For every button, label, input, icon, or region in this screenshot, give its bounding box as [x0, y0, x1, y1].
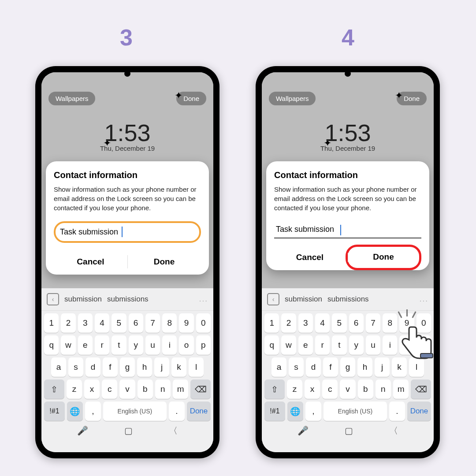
- key-g[interactable]: g: [120, 357, 135, 377]
- key-5[interactable]: 5: [112, 313, 126, 333]
- key-v[interactable]: v: [340, 379, 355, 399]
- space-key[interactable]: English (US): [324, 402, 387, 421]
- key-z[interactable]: z: [67, 379, 82, 399]
- nav-recent-icon[interactable]: ▢: [345, 425, 353, 436]
- suggestion-more-icon[interactable]: ...: [420, 295, 428, 304]
- key-m[interactable]: m: [173, 379, 188, 399]
- cancel-button[interactable]: Cancel: [274, 245, 346, 270]
- done-button[interactable]: Done: [346, 245, 421, 270]
- suggest-back-icon[interactable]: ‹: [267, 293, 279, 305]
- globe-key[interactable]: 🌐: [287, 402, 303, 421]
- key-o[interactable]: o: [179, 335, 193, 355]
- key-9[interactable]: 9: [399, 313, 414, 333]
- key-w[interactable]: w: [281, 335, 296, 355]
- contact-input[interactable]: [274, 221, 421, 238]
- key-v[interactable]: v: [119, 379, 135, 399]
- key-q[interactable]: q: [44, 335, 59, 355]
- suggestion-bar[interactable]: ‹ submission submissions ...: [262, 288, 434, 311]
- shift-key[interactable]: ⇧: [264, 379, 285, 399]
- suggestion-1[interactable]: submission: [285, 295, 322, 304]
- key-0[interactable]: 0: [416, 313, 431, 333]
- key-4[interactable]: 4: [315, 313, 330, 333]
- key-e[interactable]: e: [78, 335, 93, 355]
- key-g[interactable]: g: [340, 357, 355, 377]
- key-h[interactable]: h: [137, 357, 152, 377]
- suggestion-2[interactable]: submissions: [107, 295, 149, 304]
- key-b[interactable]: b: [358, 379, 373, 399]
- key-s[interactable]: s: [289, 357, 304, 377]
- key-6[interactable]: 6: [349, 313, 364, 333]
- key-e[interactable]: e: [298, 335, 313, 355]
- key-t[interactable]: t: [332, 335, 346, 355]
- nav-back-icon[interactable]: 〈: [389, 425, 398, 437]
- key-a[interactable]: a: [271, 357, 286, 377]
- suggestion-1[interactable]: submission: [64, 295, 102, 304]
- suggestion-bar[interactable]: ‹ submission submissions ...: [41, 288, 213, 311]
- key-5[interactable]: 5: [332, 313, 346, 333]
- key-u[interactable]: u: [366, 335, 380, 355]
- key-n[interactable]: n: [155, 379, 171, 399]
- key-j[interactable]: j: [154, 357, 169, 377]
- suggestion-more-icon[interactable]: ...: [199, 295, 208, 304]
- key-d[interactable]: d: [306, 357, 321, 377]
- nav-back-icon[interactable]: 〈: [169, 425, 178, 437]
- key-w[interactable]: w: [61, 335, 75, 355]
- cancel-button[interactable]: Cancel: [54, 249, 127, 275]
- key-r[interactable]: r: [315, 335, 330, 355]
- contact-input[interactable]: [58, 224, 197, 240]
- keyboard-done-key[interactable]: Done: [407, 402, 431, 421]
- key-j[interactable]: j: [375, 357, 390, 377]
- key-9[interactable]: 9: [179, 313, 193, 333]
- suggest-back-icon[interactable]: ‹: [47, 293, 59, 305]
- key-h[interactable]: h: [357, 357, 372, 377]
- key-a[interactable]: a: [51, 357, 66, 377]
- key-q[interactable]: q: [264, 335, 279, 355]
- period-key[interactable]: .: [389, 402, 405, 421]
- key-c[interactable]: c: [102, 379, 117, 399]
- shift-key[interactable]: ⇧: [44, 379, 64, 399]
- symbols-key[interactable]: !#1: [264, 402, 285, 421]
- key-7[interactable]: 7: [366, 313, 380, 333]
- key-z[interactable]: z: [287, 379, 302, 399]
- key-4[interactable]: 4: [95, 313, 109, 333]
- key-m[interactable]: m: [393, 379, 409, 399]
- backspace-key[interactable]: ⌫: [190, 379, 211, 399]
- key-l[interactable]: l: [189, 357, 204, 377]
- key-l[interactable]: l: [409, 357, 424, 377]
- symbols-key[interactable]: !#1: [44, 402, 65, 421]
- key-8[interactable]: 8: [383, 313, 397, 333]
- key-0[interactable]: 0: [196, 313, 211, 333]
- key-u[interactable]: u: [145, 335, 160, 355]
- comma-key[interactable]: ,: [85, 402, 101, 421]
- comma-key[interactable]: ,: [305, 402, 321, 421]
- key-3[interactable]: 3: [298, 313, 313, 333]
- nav-recent-icon[interactable]: ▢: [124, 425, 133, 436]
- key-2[interactable]: 2: [281, 313, 296, 333]
- key-2[interactable]: 2: [61, 313, 75, 333]
- key-y[interactable]: y: [129, 335, 143, 355]
- key-n[interactable]: n: [376, 379, 391, 399]
- key-1[interactable]: 1: [264, 313, 279, 333]
- key-i[interactable]: i: [383, 335, 397, 355]
- key-s[interactable]: s: [68, 357, 83, 377]
- backspace-key[interactable]: ⌫: [411, 379, 431, 399]
- key-k[interactable]: k: [392, 357, 407, 377]
- key-i[interactable]: i: [162, 335, 177, 355]
- key-1[interactable]: 1: [44, 313, 59, 333]
- key-k[interactable]: k: [171, 357, 186, 377]
- keyboard-done-key[interactable]: Done: [187, 402, 211, 421]
- key-p[interactable]: p: [416, 335, 431, 355]
- key-f[interactable]: f: [323, 357, 338, 377]
- key-o[interactable]: o: [399, 335, 414, 355]
- key-f[interactable]: f: [103, 357, 118, 377]
- key-c[interactable]: c: [322, 379, 338, 399]
- space-key[interactable]: English (US): [103, 402, 167, 421]
- key-d[interactable]: d: [86, 357, 100, 377]
- done-button[interactable]: Done: [127, 249, 201, 275]
- key-p[interactable]: p: [196, 335, 211, 355]
- key-t[interactable]: t: [112, 335, 126, 355]
- mic-icon[interactable]: 🎤: [77, 425, 88, 436]
- key-8[interactable]: 8: [162, 313, 177, 333]
- wallpapers-button[interactable]: Wallpapers: [269, 92, 316, 105]
- key-x[interactable]: x: [84, 379, 100, 399]
